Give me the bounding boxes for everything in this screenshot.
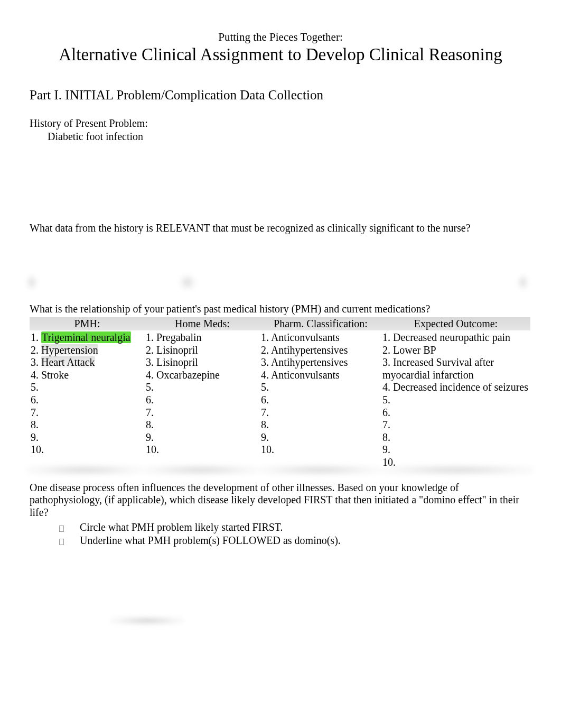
table-row: 1. Pregabalin [146, 331, 258, 344]
table-row: 9. [31, 431, 143, 444]
list-item: Circle what PMH problem likely started F… [59, 521, 531, 534]
section-heading: Part I. INITIAL Problem/Complication Dat… [30, 88, 531, 103]
list-item: Underline what PMH problem(s) FOLLOWED a… [59, 534, 531, 547]
document-title: Alternative Clinical Assignment to Devel… [30, 45, 531, 64]
table-row: 3. Lisinopril [146, 356, 258, 369]
table-row: 2. Lisinopril [146, 344, 258, 357]
col-header-pharm: Pharm. Classification: [260, 317, 381, 330]
relevant-data-prompt: What data from the history is RELEVANT t… [30, 222, 531, 234]
table-row: 2. Lower BP [382, 344, 528, 357]
col-body-meds: 1. Pregabalin2. Lisinopril3. Lisinopril4… [145, 330, 260, 470]
table-row: 6. [146, 394, 258, 407]
col-body-pmh: 1. Trigeminal neuralgia2. Hypertension3.… [30, 330, 145, 470]
table-row: 8. [146, 419, 258, 431]
table-row: 7. [146, 407, 258, 419]
table-row: 2. Antihypertensives [261, 344, 379, 357]
table-row: 5. [261, 381, 379, 394]
table-row: 7. [261, 407, 379, 419]
history-label: History of Present Problem: [30, 117, 531, 130]
pmh-table: PMH: Home Meds: Pharm. Classification: E… [30, 317, 531, 470]
table-row: 8. [31, 419, 143, 431]
table-row: 4. Decreased incidence of seizures [382, 381, 528, 394]
table-row: 3. Heart Attack [31, 356, 143, 369]
table-row: 6. [31, 394, 143, 407]
table-row: 6. [261, 394, 379, 407]
table-row: 1. Decreased neuropathic pain [382, 331, 528, 344]
col-header-pmh: PMH: [30, 317, 145, 330]
domino-instruction-list: Circle what PMH problem likely started F… [59, 521, 531, 547]
table-row: 7. [382, 419, 528, 431]
redaction-blur [110, 616, 184, 625]
table-row: 9. [146, 431, 258, 444]
table-row: 4. Oxcarbazepine [146, 369, 258, 382]
domino-effect-paragraph: One disease process often influences the… [30, 482, 531, 519]
table-row: 10. [382, 456, 528, 469]
table-row: 10. [31, 444, 143, 456]
table-row: 10. [146, 444, 258, 456]
col-body-pharm: 1. Anticonvulsants2. Antihypertensives3.… [260, 330, 381, 470]
redaction-blur [0, 275, 561, 290]
table-row: 8. [382, 431, 528, 444]
table-row: 8. [261, 419, 379, 431]
bullet-icon [59, 526, 64, 532]
table-row: 10. [261, 444, 379, 456]
table-row: 3. Antihypertensives [261, 356, 379, 369]
bullet-icon [59, 539, 64, 545]
table-row: 1. Anticonvulsants [261, 331, 379, 344]
table-row: 2. Hypertension [31, 344, 143, 357]
col-header-outcome: Expected Outcome: [381, 317, 530, 330]
table-row: 3. Increased Survival after myocardial i… [382, 356, 528, 381]
col-header-meds: Home Meds: [145, 317, 260, 330]
table-row: 9. [382, 444, 528, 456]
table-row: 7. [31, 407, 143, 419]
table-row: 4. Stroke [31, 369, 143, 382]
col-body-outcome: 1. Decreased neuropathic pain2. Lower BP… [381, 330, 530, 470]
table-row: 4. Anticonvulsants [261, 369, 379, 382]
table-row: 5. [382, 394, 528, 407]
table-row: 9. [261, 431, 379, 444]
table-row: 1. Trigeminal neuralgia [31, 331, 143, 344]
history-value: Diabetic foot infection [48, 131, 531, 143]
table-row: 6. [382, 407, 528, 419]
table-row: 5. [146, 381, 258, 394]
document-subtitle: Putting the Pieces Together: [30, 31, 531, 44]
table-row: 5. [31, 381, 143, 394]
pmh-relationship-question: What is the relationship of your patient… [30, 303, 531, 315]
